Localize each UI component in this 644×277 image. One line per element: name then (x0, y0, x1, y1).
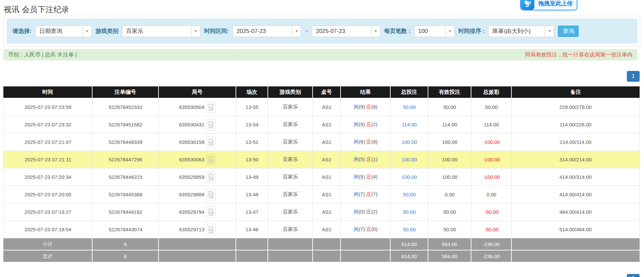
player-score: (9) (359, 104, 365, 110)
video-replay-icon-button[interactable] (206, 189, 216, 201)
result-cell: 闲(6) 庄(8) (341, 133, 391, 151)
time-sort-value: 降幂(由大到小) (488, 26, 545, 37)
valid-bet-cell: 114.00 (428, 116, 471, 133)
video-replay-icon-button[interactable] (206, 101, 216, 113)
video-replay-icon-button[interactable] (206, 119, 216, 131)
time-cell: 2025-07-23 07:20:34 (3, 168, 93, 186)
summary-label-cell: 小计 (3, 238, 93, 250)
player-score: (9) (359, 121, 365, 127)
date-from-value: 2025-07-23 (232, 26, 292, 37)
drag-upload-widget[interactable]: 拖拽至此上传 (520, 0, 577, 10)
total-bet-link[interactable]: 100.00 (402, 157, 417, 162)
video-replay-icon-button[interactable] (206, 171, 216, 183)
game-type-label: 游戏类别 (96, 27, 118, 35)
date-from-select[interactable]: 2025-07-23 ▼ (232, 26, 301, 37)
game-type-cell: 百家乐 (268, 151, 313, 168)
time-cell: 2025-07-23 07:23:59 (3, 98, 93, 116)
query-mode-select[interactable]: 日期查询 ▼ (35, 26, 92, 37)
total-bet-link[interactable]: 114.00 (402, 122, 417, 127)
video-replay-icon-button[interactable] (206, 136, 216, 148)
total-bet-link[interactable]: 50.00 (403, 227, 416, 232)
valid-bet-cell: 50.00 (428, 98, 471, 116)
total-bet-link[interactable]: 50.00 (403, 192, 416, 197)
remark-cell: 228.00/278.00 (512, 98, 640, 116)
table-row: 2025-07-23 07:21:47522678448339635530158… (3, 133, 640, 151)
player-result: 闲 (354, 174, 359, 180)
drag-upload-label: 拖拽至此上传 (534, 0, 577, 10)
round-cell: 635530504 (159, 98, 236, 116)
valid-bet-notice: 同局有效投注，统一计算在该局第一张注单内 (525, 51, 633, 58)
player-score: (0) (359, 209, 365, 214)
session-cell: 13-54 (236, 116, 268, 133)
remark-cell: 314.00/214.00 (512, 151, 640, 168)
chevron-down-icon[interactable]: ▼ (292, 26, 301, 37)
pagination-page-1-bottom[interactable]: 1 (627, 274, 640, 277)
result-cell: 闲(9) 庄(2) (341, 116, 391, 133)
column-header: 注单编号 (93, 86, 159, 98)
player-result: 闲 (354, 209, 359, 214)
netdisk-icon (521, 0, 534, 10)
total-bet-link[interactable]: 50.00 (403, 104, 416, 110)
bet-id-cell: 522678445388 (93, 186, 159, 203)
result-cell: 闲(7) 庄(0) (341, 221, 391, 238)
session-cell: 13-48 (236, 186, 268, 203)
summary-count-cell: 8 (93, 238, 159, 250)
table-number-cell: AS1 (313, 186, 341, 203)
time-range-label: 时间区间: (204, 27, 229, 35)
bet-id-cell: 522678444192 (93, 203, 159, 221)
round-cell: 635529888 (159, 186, 236, 203)
video-replay-icon-button[interactable] (206, 154, 216, 166)
page-size-select[interactable]: 100 ▼ (414, 26, 455, 37)
player-result: 闲 (354, 139, 359, 145)
valid-bet-cell: 50.00 (428, 221, 471, 238)
total-bet-link[interactable]: 100.00 (402, 174, 417, 180)
total-row: 总计8614.00564.00-236.00 (3, 250, 640, 263)
bet-id-cell: 522678446223 (93, 168, 159, 186)
chevron-down-icon[interactable]: ▼ (82, 26, 92, 37)
time-sort-select[interactable]: 降幂(由大到小) ▼ (488, 26, 554, 37)
player-score: (5) (359, 156, 365, 162)
valid-bet-cell: 100.00 (428, 168, 471, 186)
game-type-cell: 百家乐 (268, 186, 313, 203)
summary-empty-cell (268, 238, 313, 250)
player-result: 闲 (354, 104, 359, 110)
remark-cell: 414.00/314.00 (512, 168, 640, 186)
chevron-down-icon[interactable]: ▼ (545, 26, 554, 37)
banker-result: 庄 (365, 209, 371, 214)
chevron-down-icon[interactable]: ▼ (371, 26, 381, 37)
banker-score: (2) (371, 209, 378, 214)
video-replay-icon-button[interactable] (206, 206, 216, 218)
summary-label-cell: 总计 (3, 250, 93, 263)
game-type-cell: 百家乐 (268, 133, 313, 151)
player-score: (6) (359, 139, 365, 145)
valid-bet-cell: 50.00 (428, 203, 471, 221)
video-replay-icon-button[interactable] (206, 224, 216, 236)
banker-score: (8) (371, 104, 378, 110)
total-bet-link[interactable]: 50.00 (403, 209, 416, 215)
search-button[interactable]: 查询 (558, 26, 579, 37)
filter-well: 请选择: 日期查询 ▼ 游戏类别 百家乐 ▼ 时间区间: 2025-07-23 … (7, 19, 637, 43)
remark-cell: 514.00/464.00 (512, 221, 640, 238)
summary-empty-cell (313, 250, 341, 263)
chevron-down-icon[interactable]: ▼ (191, 26, 201, 37)
banker-result: 庄 (365, 226, 371, 232)
table-number-cell: AS1 (313, 133, 341, 151)
round-number: 635530504 (179, 104, 204, 110)
valid-bet-cell: 0.00 (428, 186, 471, 203)
date-to-select[interactable]: 2025-07-23 ▼ (312, 26, 381, 37)
summary-remark-cell (512, 250, 640, 263)
result-cell: 闲(9) 庄(8) (341, 98, 391, 116)
game-type-cell: 百家乐 (268, 203, 313, 221)
banker-result: 庄 (365, 174, 371, 180)
filter-panel: 请选择: 日期查询 ▼ 游戏类别 百家乐 ▼ 时间区间: 2025-07-23 … (4, 16, 640, 46)
total-bet-link[interactable]: 100.00 (402, 139, 417, 145)
chevron-down-icon[interactable]: ▼ (445, 26, 455, 37)
payout-cell: 50.00 (471, 98, 512, 116)
game-type-cell: 百家乐 (268, 116, 313, 133)
table-number-cell: AS1 (313, 221, 341, 238)
pagination-page-1-top[interactable]: 1 (627, 71, 640, 82)
table-row: 2025-07-23 07:18:54522678443074635529713… (3, 221, 640, 238)
time-cell: 2025-07-23 07:20:05 (3, 186, 93, 203)
game-type-select[interactable]: 百家乐 ▼ (122, 26, 201, 37)
column-header: 桌号 (313, 86, 341, 98)
